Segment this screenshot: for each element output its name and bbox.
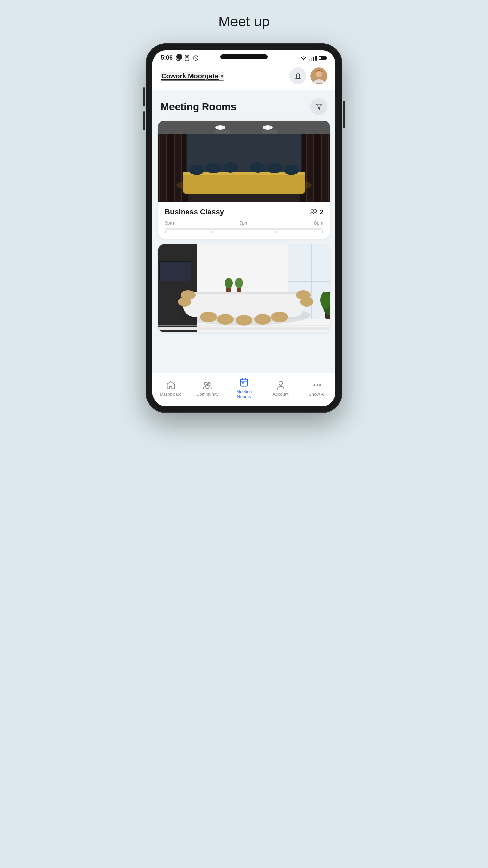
svg-point-69 bbox=[271, 312, 288, 322]
svg-point-52 bbox=[320, 292, 330, 309]
svg-point-39 bbox=[284, 165, 299, 175]
volume-down-button bbox=[143, 111, 145, 130]
timeline-1: 6pm 7pm 8pm bbox=[165, 220, 323, 226]
community-label: Community bbox=[196, 392, 219, 397]
main-content: Meeting Rooms bbox=[152, 90, 336, 373]
chevron-down-icon: ▾ bbox=[221, 73, 223, 79]
avatar-button[interactable] bbox=[310, 67, 327, 84]
svg-point-66 bbox=[217, 314, 234, 325]
svg-rect-76 bbox=[241, 379, 248, 386]
svg-point-42 bbox=[314, 210, 317, 212]
svg-point-7 bbox=[316, 71, 322, 77]
status-time: 5:06 bbox=[161, 54, 173, 61]
svg-point-82 bbox=[314, 384, 316, 386]
account-icon-container bbox=[276, 380, 286, 390]
community-icon bbox=[202, 381, 212, 390]
user-avatar bbox=[310, 67, 327, 84]
header-actions bbox=[289, 67, 327, 84]
filter-icon bbox=[315, 103, 323, 111]
home-icon bbox=[166, 380, 176, 390]
storage-icon bbox=[184, 55, 190, 61]
svg-point-38 bbox=[267, 163, 282, 173]
svg-point-81 bbox=[279, 381, 283, 385]
nav-item-show-all[interactable]: Show All bbox=[299, 380, 336, 397]
svg-point-34 bbox=[189, 165, 204, 175]
nav-item-dashboard[interactable]: Dashboard bbox=[152, 380, 189, 397]
room-name-1: Business Classy bbox=[165, 208, 224, 216]
meeting-rooms-label: Meeting Rooms bbox=[236, 389, 252, 399]
svg-point-65 bbox=[200, 312, 217, 322]
svg-rect-49 bbox=[160, 262, 191, 281]
svg-rect-2 bbox=[186, 56, 188, 56]
nav-item-community[interactable]: Community bbox=[189, 380, 226, 397]
people-icon bbox=[309, 209, 318, 215]
time-mid-1: 7pm bbox=[239, 220, 248, 226]
app-header: Cowork Moorgate ▾ bbox=[152, 64, 336, 90]
meeting-rooms-icon-container bbox=[239, 377, 249, 388]
room-image-2 bbox=[158, 244, 330, 332]
svg-point-36 bbox=[223, 162, 238, 173]
power-button bbox=[343, 101, 345, 128]
svg-rect-55 bbox=[183, 292, 305, 317]
svg-point-75 bbox=[206, 382, 209, 385]
svg-point-37 bbox=[250, 162, 265, 173]
section-title: Meeting Rooms bbox=[161, 101, 236, 113]
svg-point-83 bbox=[317, 384, 318, 386]
battery-indicator bbox=[319, 56, 327, 60]
svg-point-58 bbox=[225, 278, 233, 288]
filter-button[interactable] bbox=[310, 98, 327, 115]
svg-point-67 bbox=[236, 315, 252, 326]
time-start-1: 6pm bbox=[165, 220, 174, 226]
notification-button[interactable] bbox=[289, 67, 306, 84]
calendar-icon bbox=[239, 378, 249, 387]
location-name: Cowork Moorgate bbox=[161, 72, 219, 80]
svg-marker-8 bbox=[316, 104, 322, 110]
location-selector[interactable]: Cowork Moorgate ▾ bbox=[161, 72, 224, 81]
svg-rect-80 bbox=[242, 382, 244, 384]
phone-screen: 5:06 bbox=[152, 50, 336, 406]
svg-rect-56 bbox=[183, 292, 305, 294]
more-icon bbox=[312, 380, 322, 390]
svg-point-26 bbox=[266, 126, 269, 129]
room-card-1[interactable]: Business Classy 2 bbox=[158, 121, 330, 239]
svg-point-41 bbox=[311, 210, 314, 212]
svg-point-62 bbox=[181, 290, 196, 300]
community-icon-container bbox=[202, 380, 212, 390]
svg-point-84 bbox=[319, 384, 321, 386]
room-card-2[interactable] bbox=[158, 244, 330, 332]
svg-rect-1 bbox=[185, 55, 189, 60]
phone-device: 5:06 bbox=[146, 43, 342, 413]
room-capacity-1: 2 bbox=[309, 208, 323, 216]
wifi-icon bbox=[300, 55, 307, 61]
person-icon bbox=[276, 380, 285, 390]
svg-line-5 bbox=[194, 56, 198, 60]
svg-rect-22 bbox=[158, 121, 330, 134]
nav-item-meeting-rooms[interactable]: Meeting Rooms bbox=[226, 377, 262, 399]
room-image-1 bbox=[158, 121, 330, 202]
svg-point-68 bbox=[254, 314, 271, 325]
room-name-row-1: Business Classy 2 bbox=[165, 208, 323, 216]
section-header: Meeting Rooms bbox=[152, 90, 336, 121]
account-label: Account bbox=[273, 392, 289, 397]
svg-point-60 bbox=[235, 278, 243, 288]
dashboard-icon-container bbox=[166, 380, 176, 390]
time-end-1: 8pm bbox=[314, 220, 323, 226]
camera bbox=[176, 54, 182, 60]
show-all-icon-container bbox=[312, 380, 322, 390]
show-all-label: Show All bbox=[309, 392, 326, 397]
svg-point-25 bbox=[219, 126, 222, 129]
signal-bars bbox=[309, 55, 317, 61]
svg-point-64 bbox=[300, 297, 313, 307]
bottom-nav: Dashboard Community bbox=[152, 373, 336, 406]
room-card-1-info: Business Classy 2 bbox=[158, 202, 330, 239]
dashboard-label: Dashboard bbox=[160, 392, 182, 397]
capacity-number-1: 2 bbox=[320, 208, 323, 216]
timeline-track-1 bbox=[165, 228, 323, 230]
volume-up-button bbox=[143, 87, 145, 106]
bell-icon bbox=[294, 72, 302, 80]
page-title: Meet up bbox=[218, 14, 270, 30]
no-signal-icon bbox=[192, 55, 199, 61]
nav-item-account[interactable]: Account bbox=[262, 380, 299, 397]
svg-point-35 bbox=[206, 163, 221, 173]
svg-rect-3 bbox=[186, 57, 188, 57]
